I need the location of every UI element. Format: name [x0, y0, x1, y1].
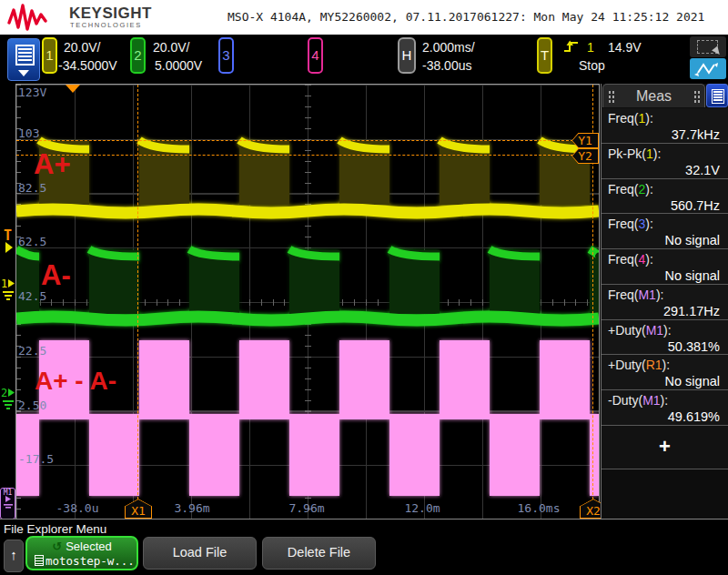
meas-row[interactable]: -Duty(M1):49.619%	[602, 390, 728, 426]
meas-value: 32.1V	[608, 163, 723, 177]
brand-name: KEYSIGHT	[69, 5, 152, 23]
svg-text:1: 1	[1, 277, 7, 290]
meas-row[interactable]: +Duty(R1):No signal	[602, 355, 728, 390]
softkey-menu-title: File Explorer Menu	[4, 522, 106, 536]
meas-row[interactable]: Freq(2):560.7Hz	[602, 179, 728, 215]
time-axis-label: 12.0m	[404, 501, 440, 515]
y-axis-label: -17.5	[18, 452, 54, 466]
annotation-a-plus: A+	[34, 148, 71, 181]
math-m1-ground-marker[interactable]: M1	[0, 488, 15, 520]
chevron-down-icon	[18, 70, 29, 76]
horizontal-button[interactable]: H	[398, 37, 416, 74]
meas-row[interactable]: Freq(1):37.7kHz	[602, 108, 728, 144]
ch2-offset[interactable]: 5.0000V	[155, 58, 202, 73]
meas-value: No signal	[608, 268, 723, 283]
annotation-a-minus: A-	[41, 259, 71, 292]
trigger-time-marker[interactable]	[66, 85, 80, 93]
cursor-y1-line[interactable]	[16, 140, 573, 141]
y-axis-label: 103	[18, 126, 39, 140]
annotation-a-plus-minus: A+ - A-	[35, 367, 116, 396]
selected-label: Selected	[66, 540, 112, 553]
instrument-title: MSO-X 4104A, MY52260002, 07.11.201706122…	[228, 10, 723, 24]
meas-rows: Freq(1):37.7kHzPk-Pk(1):32.1VFreq(2):560…	[602, 108, 728, 426]
meas-value: 291.17Hz	[608, 304, 723, 318]
meas-value: No signal	[608, 374, 723, 388]
channel-3-button[interactable]: 3	[218, 37, 234, 74]
trigger-level-arrow-icon[interactable]	[5, 242, 13, 253]
main-menu-button[interactable]	[7, 38, 40, 81]
graticule[interactable]: 123V10382.562.542.522.52.50-17.5 -38.0u3…	[15, 84, 600, 520]
ch1-scale[interactable]: 20.0V/	[64, 40, 100, 55]
header-bar: KEYSIGHT TECHNOLOGIES MSO-X 4104A, MY522…	[0, 0, 728, 35]
timebase-scale[interactable]: 2.000ms/	[422, 40, 475, 55]
selected-file-row: motostep-w...	[35, 554, 135, 568]
meas-label: Pk-Pk(1):	[608, 146, 723, 161]
trace	[16, 340, 599, 496]
time-axis-label: 16.0ms	[518, 501, 561, 515]
selected-file-button[interactable]: ↺Selected motostep-w...	[25, 536, 138, 570]
channel-2-ground-marker[interactable]: 2	[0, 386, 15, 413]
zoom-region-button[interactable]	[690, 36, 726, 57]
meas-label: +Duty(R1):	[608, 358, 723, 372]
selected-file-name: motostep-w...	[46, 554, 135, 568]
meas-value: 50.381%	[608, 339, 723, 354]
meas-row[interactable]: +Duty(M1):50.381%	[602, 320, 728, 356]
trigger-button[interactable]: T	[537, 37, 552, 74]
ch1-offset[interactable]: -34.5000V	[58, 58, 117, 73]
pointer-arrow-icon	[712, 45, 723, 56]
channel-1-ground-marker[interactable]: 1	[0, 277, 15, 304]
channel-4-button[interactable]: 4	[308, 37, 323, 74]
trace	[16, 140, 599, 213]
meas-menu-button[interactable]	[706, 84, 728, 107]
meas-value: 560.7Hz	[608, 198, 723, 213]
trigger-level: 14.9V	[608, 40, 642, 55]
channel-1-button[interactable]: 1	[42, 37, 57, 74]
touch-drag-button[interactable]	[690, 58, 726, 79]
brand-subtitle: TECHNOLOGIES	[70, 21, 142, 29]
menu-icon	[15, 45, 35, 66]
channel-2-button[interactable]: 2	[130, 37, 146, 74]
oscilloscope-screen: KEYSIGHT TECHNOLOGIES MSO-X 4104A, MY522…	[0, 0, 728, 575]
file-icon	[35, 555, 44, 566]
meas-panel-header[interactable]: Meas	[602, 84, 705, 107]
y-axis-label: 123V	[18, 86, 46, 99]
load-file-button[interactable]: Load File	[143, 537, 257, 570]
softkey-bar: File Explorer Menu ↑ ↺Selected motostep-…	[0, 519, 728, 575]
meas-label: Freq(M1):	[608, 288, 723, 302]
trace	[16, 249, 599, 320]
timebase-delay[interactable]: -38.00us	[422, 58, 471, 73]
drag-grip-icon	[693, 90, 700, 103]
cursor-y2-line[interactable]	[16, 155, 573, 156]
add-measurement-button[interactable]: +	[602, 426, 728, 469]
math-ground-icon	[3, 496, 14, 510]
trace	[16, 140, 599, 213]
meas-row[interactable]: Freq(3):No signal	[602, 214, 728, 249]
meas-value: 37.7kHz	[608, 127, 723, 142]
time-axis-label: -38.0u	[56, 501, 99, 515]
meas-label: +Duty(M1):	[608, 323, 723, 338]
meas-label: Freq(3):	[608, 217, 723, 231]
y-axis-label: 62.5	[18, 235, 46, 248]
meas-row[interactable]: Freq(4):No signal	[602, 249, 728, 285]
ch2-scale[interactable]: 20.0V/	[153, 40, 189, 55]
trigger-source: 1	[587, 40, 594, 55]
waveform-traces	[16, 85, 599, 520]
toolbar: 1 20.0V/ -34.5000V 2 20.0V/ 5.0000V 3 4 …	[0, 35, 728, 84]
waveform-drag-icon	[690, 58, 726, 79]
rotate-knob-icon: ↺	[52, 540, 62, 553]
acquisition-status: Stop	[579, 58, 605, 73]
meas-value: 49.619%	[608, 409, 723, 424]
y-axis-label: 2.50	[18, 398, 46, 412]
meas-row[interactable]: Pk-Pk(1):32.1V	[602, 144, 728, 179]
time-axis-label: 3.96m	[174, 501, 209, 515]
meas-row[interactable]: Freq(M1):291.17Hz	[602, 285, 728, 320]
meas-label: Freq(4):	[608, 252, 723, 267]
meas-label: Freq(2):	[608, 182, 723, 197]
measurement-panel: Meas Freq(1):37.7kHzPk-Pk(1):32.1VFreq(2…	[601, 84, 728, 519]
meas-value: No signal	[608, 233, 723, 247]
rising-edge-icon	[562, 39, 581, 54]
back-up-button[interactable]: ↑	[4, 540, 24, 572]
delete-file-button[interactable]: Delete File	[262, 537, 376, 570]
cursor-x1-line[interactable]	[137, 85, 138, 499]
meas-panel-title: Meas	[603, 88, 704, 105]
